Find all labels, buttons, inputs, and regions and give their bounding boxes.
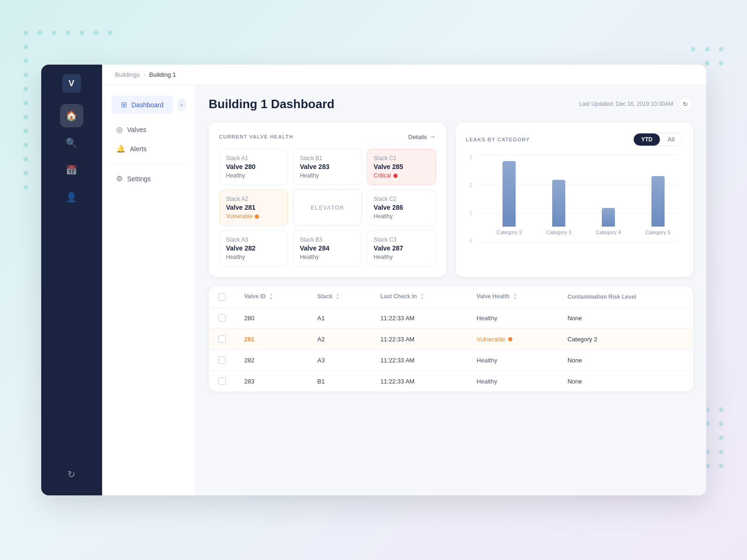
nav-item-alerts[interactable]: 🔔 Alerts: [107, 140, 191, 158]
nav-collapse-button[interactable]: ‹: [178, 99, 186, 111]
details-link[interactable]: Details →: [408, 133, 436, 140]
nav-item-valves[interactable]: ◎ Valves: [107, 120, 191, 139]
table-row: 282 A3 11:22:33 AM Healthy None: [209, 350, 693, 371]
th-valve-health[interactable]: Valve Health ▲▼: [467, 286, 558, 308]
app-logo: V: [62, 74, 81, 93]
toggle-all-button[interactable]: All: [660, 133, 682, 146]
leaks-chart-title: LEAKS BY CATEGORY: [466, 137, 530, 142]
nav-label-settings: Settings: [127, 175, 151, 183]
valve-stack-287: Stack C3: [374, 236, 429, 243]
row-checkbox-283[interactable]: [218, 377, 226, 385]
bar-label-cat5: Category 5: [645, 229, 671, 235]
valve-stack-280: Stack A1: [226, 155, 281, 162]
collapse-icon: ‹: [181, 102, 183, 108]
th-valve-id[interactable]: Valve ID ▲▼: [235, 286, 308, 308]
grid-line-0: [479, 243, 678, 243]
sidebar-item-refresh[interactable]: ↻: [60, 463, 83, 486]
valve-status-281: Vulnerable: [226, 213, 281, 220]
valve-name-284: Valve 284: [300, 244, 355, 252]
valve-stack-283: Stack B1: [300, 155, 355, 162]
logo-icon: V: [68, 79, 74, 88]
y-label-2: 2: [470, 182, 473, 188]
leaks-toggle-group: YTD All: [633, 133, 682, 146]
vulnerable-dot-table-281: [508, 337, 512, 341]
dashboard-title: Building 1 Dashboard: [209, 97, 335, 111]
row-checkbox-281[interactable]: [218, 335, 226, 343]
refresh-btn-icon: ↻: [683, 101, 688, 108]
valve-cell-284[interactable]: Stack B3 Valve 284 Healthy: [293, 230, 362, 266]
bar-cat3: [552, 180, 565, 227]
th-last-check-in[interactable]: Last Check In ▲▼: [371, 286, 467, 308]
valve-cell-286[interactable]: Stack C2 Valve 286 Healthy: [367, 190, 436, 226]
breadcrumb-parent[interactable]: Buildings: [115, 71, 140, 78]
td-valve-id-281: 281: [235, 329, 308, 350]
valve-name-280: Valve 280: [226, 163, 281, 170]
valve-cell-283[interactable]: Stack B1 Valve 283 Healthy: [293, 149, 362, 185]
sidebar-item-home[interactable]: 🏠: [60, 104, 83, 127]
sidebar-item-profile[interactable]: 👤: [60, 185, 83, 209]
y-label-1: 1: [470, 210, 473, 216]
valve-stack-285: Stack C1: [374, 155, 429, 162]
bar-group-cat2: Category 2: [496, 161, 522, 235]
sort-arrows-check-in: ▲▼: [421, 293, 424, 301]
left-nav-header: ⊞ Dashboard ‹: [102, 95, 195, 119]
grid-line-3: [479, 155, 678, 155]
details-arrow-icon: →: [429, 133, 436, 140]
th-risk-level-label: Contanimation Risk Level: [568, 294, 636, 300]
td-valve-id-280: 280: [235, 308, 308, 329]
main-area: Buildings › Building 1 ⊞ Dashboard ‹ ◎: [102, 65, 706, 495]
td-check-in-280: 11:22:33 AM: [371, 308, 467, 329]
sidebar-item-search[interactable]: 🔍: [60, 131, 83, 155]
user-icon: 👤: [66, 192, 77, 203]
details-label: Details: [408, 133, 427, 140]
th-valve-id-label: Valve ID: [244, 293, 266, 300]
table-body: 280 A1 11:22:33 AM Healthy None: [209, 308, 693, 392]
row-checkbox-282[interactable]: [218, 356, 226, 364]
alerts-nav-icon: 🔔: [116, 144, 126, 153]
valve-cell-285[interactable]: Stack C1 Valve 285 Critical: [367, 149, 436, 185]
y-label-0: 0: [470, 238, 473, 243]
last-updated-text: Last Updated: Dec 16, 2019 10:00AM: [579, 101, 673, 107]
y-label-3: 3: [470, 155, 473, 160]
th-last-check-in-label: Last Check In: [380, 293, 417, 300]
home-icon: 🏠: [66, 110, 77, 121]
valve-health-card-header: CURRENT VALVE HEALTH Details →: [219, 133, 436, 140]
valve-status-282: Healthy: [226, 254, 281, 260]
td-health-280: Healthy: [467, 308, 558, 329]
nav-item-settings[interactable]: ⚙ Settings: [107, 169, 191, 188]
valve-cell-elevator: ELEVATOR: [293, 190, 362, 226]
row-checkbox-280[interactable]: [218, 314, 226, 322]
th-risk-level: Contanimation Risk Level: [558, 286, 693, 308]
refresh-icon: ↻: [67, 469, 75, 480]
sort-arrows-stack: ▲▼: [336, 293, 340, 301]
table-row: 283 B1 11:22:33 AM Healthy None: [209, 371, 693, 392]
nav-item-dashboard[interactable]: ⊞ Dashboard: [111, 96, 173, 114]
td-check-in-282: 11:22:33 AM: [371, 350, 467, 371]
header-checkbox[interactable]: [218, 293, 226, 301]
sidebar-item-calendar[interactable]: 📅: [60, 158, 83, 182]
refresh-button[interactable]: ↻: [678, 96, 693, 111]
td-checkbox-280: [209, 308, 235, 329]
td-checkbox-281: [209, 329, 235, 350]
th-stack[interactable]: Stack ▲▼: [308, 286, 371, 308]
valve-cell-282[interactable]: Stack A3 Valve 282 Healthy: [219, 230, 288, 266]
valve-health-card: CURRENT VALVE HEALTH Details → Stack A1 …: [209, 123, 446, 277]
valve-stack-286: Stack C2: [374, 196, 429, 202]
td-stack-280: A1: [308, 308, 371, 329]
bar-cat4: [602, 208, 615, 227]
search-icon: 🔍: [66, 137, 77, 148]
bar-label-cat2: Category 2: [496, 229, 522, 235]
valve-cell-287[interactable]: Stack C3 Valve 287 Healthy: [367, 230, 436, 266]
dashboard-meta: Last Updated: Dec 16, 2019 10:00AM ↻: [579, 96, 693, 111]
valve-cell-280[interactable]: Stack A1 Valve 280 Healthy: [219, 149, 288, 185]
valve-cell-281[interactable]: Stack A2 Valve 281 Vulnerable: [219, 190, 288, 226]
calendar-icon: 📅: [66, 164, 77, 176]
left-nav: ⊞ Dashboard ‹ ◎ Valves 🔔 Alerts: [102, 85, 196, 495]
chart-y-axis: 3 2 1 0: [466, 155, 476, 243]
toggle-ytd-button[interactable]: YTD: [634, 133, 660, 146]
th-checkbox: [209, 286, 235, 308]
table-row: 280 A1 11:22:33 AM Healthy None: [209, 308, 693, 329]
td-stack-282: A3: [308, 350, 371, 371]
valve-stack-284: Stack B3: [300, 236, 355, 243]
td-risk-282: None: [558, 350, 693, 371]
